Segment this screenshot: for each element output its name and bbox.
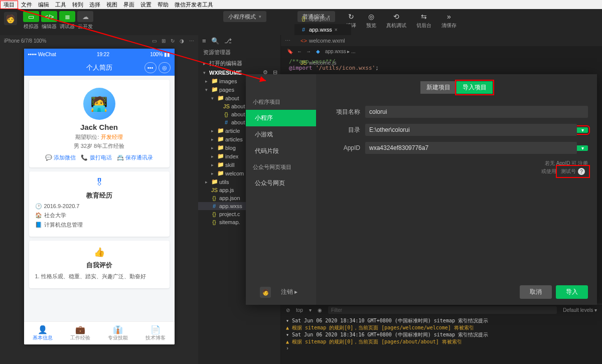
tab-basic-info[interactable]: 👤基本信息 [24,322,62,344]
book-icon: 📘 [35,222,42,228]
call-link[interactable]: 📞 拨打电话 [81,154,111,161]
use-test-appid-link[interactable]: 测试号? [558,167,588,176]
remote-debug-button[interactable]: ⟲真机调试 [381,11,411,29]
menu-tool[interactable]: 工具 [52,1,69,9]
menu-interface[interactable]: 界面 [120,1,137,9]
project-name-input[interactable]: colorui [365,106,588,118]
doc-icon: 📄 [150,325,161,334]
menu-goto[interactable]: 转到 [69,1,86,9]
menu-settings[interactable]: 设置 [137,1,155,9]
tab-bar: 👤基本信息 💼工作经验 👔专业技能 📄技术博客 [24,321,175,344]
console-eye-icon[interactable]: ◉ [318,307,322,313]
sim-icon[interactable]: ↻ [171,38,175,44]
medal-icon: 🎖 [35,177,164,188]
eye-icon: ◎ [368,11,374,22]
user-avatar[interactable]: 🧑 [4,12,17,25]
menu-wxdevtools[interactable]: 微信开发者工具 [172,1,216,9]
tab-work-exp[interactable]: 💼工作经验 [62,322,99,344]
tab-skills[interactable]: 👔专业技能 [99,322,137,344]
console-levels-dropdown[interactable]: Default levels ▾ [563,307,597,313]
thumb-icon: 👍 [35,247,164,258]
profile-name: Jack Chen [35,123,164,131]
background-button[interactable]: ⇆切后台 [411,11,436,29]
dialog-sidebar: 小程序项目 小程序 小游戏 代码片段 公众号网页项目 公众号网页 [246,74,316,305]
self-eval-card: 👍 自我评价 1. 性格乐观、稳重、踏实、兴趣广泛、勤奋好 [29,241,170,288]
preview-button[interactable]: ◎预览 [361,11,381,29]
add-wechat-link[interactable]: 💬 添加微信 [45,154,76,161]
sidebar-item-minigame[interactable]: 小游戏 [246,126,316,143]
menu-pill-icon[interactable]: ••• [144,62,157,73]
explorer-search-icon[interactable]: 🔍 [211,37,219,45]
menu-project[interactable]: 项目 [0,1,18,9]
explorer-title: 资源管理器 [198,46,280,59]
profile-card: 🧑‍💻 Jack Chen 期望职位: 开发经理 男 32岁 8年工作经验 💬 … [29,80,170,167]
appid-dropdown-button[interactable]: ▾ [577,145,588,151]
editor-label: 编辑器 [41,23,57,30]
sim-icon[interactable]: ▭ [152,38,157,44]
phone-status-bar: ••••• WeChat 19:22 100% ▮▮ [24,49,175,60]
clear-icon: » [447,11,451,22]
console-filter-input[interactable]: Filter [328,306,557,314]
forward-icon[interactable]: → [306,49,311,54]
editor-toggle[interactable]: </> [41,11,57,22]
more-icon[interactable]: ⋯ [281,38,294,44]
editor-tabs: ⋯ {}app.json#app.wxss×<>welcome.wxml#wel… [281,35,602,46]
import-project-dialog: 小程序项目 小程序 小游戏 代码片段 公众号网页项目 公众号网页 新建项目 导入… [246,74,597,305]
directory-input[interactable]: E:\other\colorui [365,124,577,136]
menu-bar: 项目 文件 编辑 工具 转到 选择 视图 界面 设置 帮助 微信开发者工具 [0,0,602,9]
debugger-toggle[interactable]: ≣ [59,11,75,22]
file-icon: ◆ [315,49,321,54]
device-selector[interactable]: iPhone 6/7/8 100% [4,38,47,44]
directory-browse-button[interactable]: ▾ [577,127,588,133]
appid-input[interactable]: wxa4324ef8309776a7 [365,142,577,154]
sidebar-item-official-account[interactable]: 公众号网页 [246,175,316,192]
menu-file[interactable]: 文件 [18,1,35,9]
open-editors-section[interactable]: ▸打开的编辑器 [198,59,280,68]
editor-tab[interactable]: {}app.json [294,13,351,24]
sim-icon[interactable]: ◑ [180,38,184,44]
bookmark-icon[interactable]: 🔖 [287,49,293,54]
tie-icon: 👔 [113,325,123,334]
cloud-dev-button[interactable]: ☁ [77,11,93,22]
console-panel: ⊘ top ▾ ◉ Filter Default levels ▾ ▾ Sat … [281,304,602,364]
mode-dropdown[interactable]: 小程序模式 [223,11,266,22]
phone-frame: ••••• WeChat 19:22 100% ▮▮ 个人简历 •••◎ 🧑‍💻… [24,49,175,344]
explorer-menu-icon[interactable]: ≡ [202,37,206,45]
education-card: 🎖 教育经历 🕑2016.9-2020.7 🏠社会大学 📘计算机信息管理 [29,171,170,237]
sidebar-item-snippet[interactable]: 代码片段 [246,143,316,159]
save-contact-link[interactable]: 📇 保存通讯录 [117,154,153,161]
code-editor[interactable]: /**app.wxss**/ @import '/utils/icon.wxss… [281,56,602,73]
appid-label: AppID [325,144,360,151]
clear-cache-button[interactable]: »清缓存 [436,11,462,29]
console-log-line: ▲ 根据 sitemap 的规则[0]，当前页面 [pages/about/ab… [286,338,597,345]
target-icon[interactable]: ◎ [159,62,171,73]
sim-icon[interactable]: ⊞ [162,38,166,44]
help-icon[interactable]: ? [578,168,585,175]
menu-help[interactable]: 帮助 [155,1,172,9]
console-scope-dropdown[interactable]: top [296,307,303,313]
menu-view[interactable]: 视图 [103,1,120,9]
person-icon: 👤 [38,325,48,334]
tab-import-project[interactable]: 导入项目 [457,81,493,94]
simulator-toggle[interactable]: ▭ [23,11,39,22]
remote-icon: ⟲ [393,11,399,22]
tab-new-project[interactable]: 新建项目 [420,81,457,94]
clock-icon: 🕑 [35,203,42,209]
sim-icon[interactable]: ⋯ [189,38,194,44]
toolbar-actions: ↻编译 ◎预览 ⟲真机调试 ⇆切后台 »清缓存 [341,11,462,29]
console-clear-icon[interactable]: ⊘ [286,307,290,313]
import-button[interactable]: 导入 [556,285,588,299]
tab-blog[interactable]: 📄技术博客 [137,322,175,344]
back-icon[interactable]: ← [297,49,302,54]
menu-edit[interactable]: 编辑 [35,1,52,9]
sidebar-item-miniprogram[interactable]: 小程序 [246,110,316,126]
project-name-label: 项目名称 [325,108,360,116]
close-icon[interactable]: × [335,27,338,33]
explorer-branch-icon[interactable]: ⎇ [224,37,232,45]
editor-tab[interactable]: <>welcome.wxml [294,35,351,46]
logout-link[interactable]: 注销 ▸ [281,288,297,296]
breadcrumb[interactable]: app.wxss ▸ ... [325,49,356,54]
menu-select[interactable]: 选择 [86,1,103,9]
cancel-button[interactable]: 取消 [520,285,552,299]
editor-tab[interactable]: #app.wxss× [294,24,351,35]
